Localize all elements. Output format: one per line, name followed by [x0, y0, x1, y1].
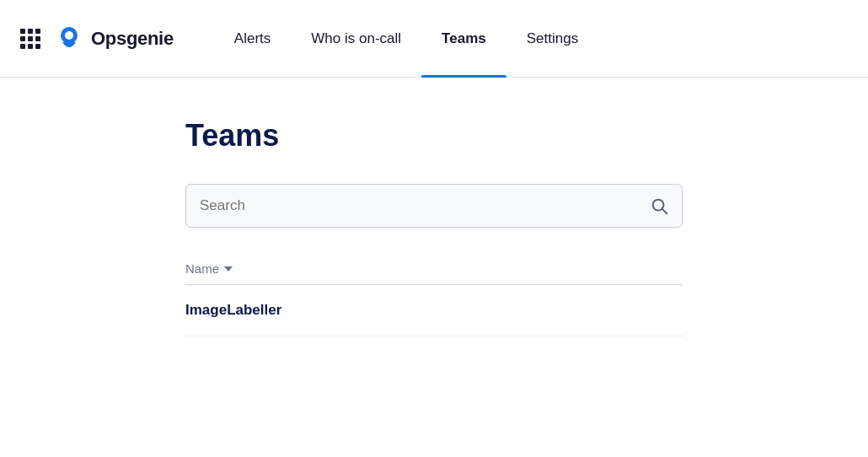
- chevron-down-icon: [224, 266, 233, 272]
- svg-line-3: [662, 209, 667, 213]
- logo-area: Opsgenie: [20, 24, 174, 54]
- team-name[interactable]: ImageLabeller: [185, 302, 281, 318]
- name-column-sort[interactable]: Name: [185, 261, 233, 276]
- grid-icon[interactable]: [20, 29, 40, 49]
- table-header: Name: [185, 261, 683, 285]
- nav-teams[interactable]: Teams: [421, 0, 506, 77]
- search-container: [185, 184, 683, 228]
- logo-text: Opsgenie: [91, 28, 174, 50]
- search-input[interactable]: [200, 197, 650, 214]
- page-title: Teams: [185, 118, 683, 153]
- svg-point-1: [65, 31, 73, 40]
- opsgenie-logo-icon: [54, 24, 84, 54]
- search-icon: [650, 196, 668, 215]
- name-column-label: Name: [185, 261, 219, 276]
- main-nav: Alerts Who is on-call Teams Settings: [214, 0, 598, 77]
- table-row: ImageLabeller: [185, 285, 683, 336]
- nav-who-is-on-call[interactable]: Who is on-call: [291, 0, 421, 77]
- main-content: Teams Name ImageLabeller: [0, 78, 868, 336]
- nav-settings[interactable]: Settings: [506, 0, 598, 77]
- nav-alerts[interactable]: Alerts: [214, 0, 291, 77]
- header: Opsgenie Alerts Who is on-call Teams Set…: [0, 0, 868, 78]
- search-box: [185, 184, 683, 228]
